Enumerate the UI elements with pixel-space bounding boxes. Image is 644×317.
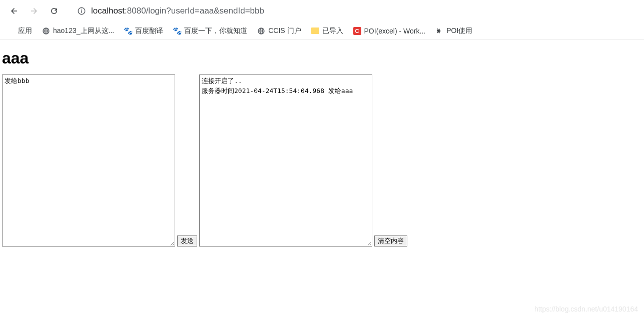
bookmark-label: hao123_上网从这... [53,26,114,36]
bookmark-poi[interactable]: C POI(excel) - Work... [353,27,426,35]
bookmark-apps[interactable]: 应用 [7,26,32,36]
chat-area: 发送 清空内容 [0,74,644,246]
zhihu-icon [435,27,443,35]
globe-icon [257,27,265,35]
bookmark-poi-use[interactable]: POI使用 [435,26,472,36]
svg-rect-2 [81,9,82,10]
folder-icon [311,28,319,34]
paw-icon: 🐾 [124,27,132,35]
apps-grid-icon [7,27,15,35]
arrow-right-icon [30,6,39,16]
log-output[interactable] [199,74,372,246]
globe-icon [42,27,50,35]
bookmarks-bar: 应用 hao123_上网从这... 🐾 百度翻译 🐾 百度一下，你就知道 CCI… [0,22,644,40]
paw-icon: 🐾 [173,27,181,35]
nav-back-button[interactable] [6,3,22,19]
message-input[interactable] [2,74,175,246]
page-title: aaa [0,49,644,68]
site-info-icon[interactable] [77,6,86,16]
clear-button[interactable]: 清空内容 [374,236,407,246]
browser-toolbar: localhost:8080/login?userId=aaa&sendId=b… [0,0,644,22]
address-bar[interactable]: localhost:8080/login?userId=aaa&sendId=b… [70,2,638,20]
watermark: https://blog.csdn.net/u014190164 [534,305,638,313]
bookmark-baidu-search[interactable]: 🐾 百度一下，你就知道 [173,26,247,36]
bookmark-label: 应用 [18,26,32,36]
arrow-left-icon [10,6,19,16]
send-button[interactable]: 发送 [177,236,197,246]
bookmark-label: 百度翻译 [135,26,163,36]
bookmark-label: 已导入 [322,26,343,36]
address-text: localhost:8080/login?userId=aaa&sendId=b… [91,6,264,16]
bookmark-label: 百度一下，你就知道 [184,26,247,36]
bookmark-baidu-translate[interactable]: 🐾 百度翻译 [124,26,163,36]
url-path: :8080/login?userId=aaa&sendId=bbb [125,6,264,16]
url-host: localhost [91,6,125,16]
letter-c-icon: C [353,27,361,35]
page-content: aaa 发送 清空内容 [0,40,644,246]
nav-forward-button[interactable] [26,3,42,19]
bookmark-label: POI(excel) - Work... [364,27,426,35]
bookmark-label: CCIS 门户 [268,26,301,36]
bookmark-ccis[interactable]: CCIS 门户 [257,26,301,36]
bookmark-imported[interactable]: 已导入 [311,26,343,36]
svg-rect-1 [81,10,82,13]
nav-reload-button[interactable] [46,3,62,19]
reload-icon [50,6,59,16]
bookmark-hao123[interactable]: hao123_上网从这... [42,26,114,36]
bookmark-label: POI使用 [446,26,472,36]
